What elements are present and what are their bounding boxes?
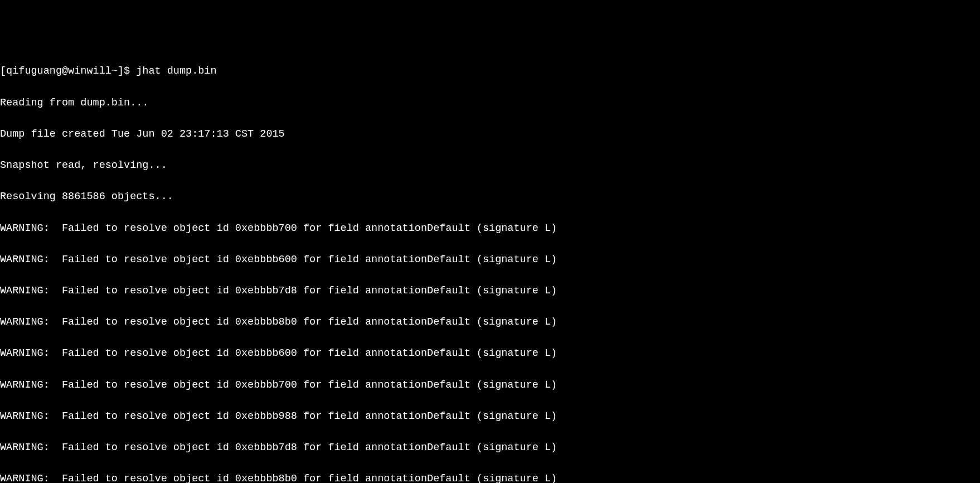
warning-line: WARNING: Failed to resolve object id 0xe…	[0, 315, 980, 330]
warning-line: WARNING: Failed to resolve object id 0xe…	[0, 378, 980, 393]
command-line[interactable]: [qifuguang@winwill~]$ jhat dump.bin	[0, 64, 980, 79]
warning-line: WARNING: Failed to resolve object id 0xe…	[0, 252, 980, 268]
prompt-user-host: [qifuguang@winwill~]$	[0, 65, 136, 77]
output-line: Resolving 8861586 objects...	[0, 189, 980, 205]
warning-line: WARNING: Failed to resolve object id 0xe…	[0, 221, 980, 236]
warning-line: WARNING: Failed to resolve object id 0xe…	[0, 471, 980, 483]
output-line: Snapshot read, resolving...	[0, 158, 980, 173]
warning-line: WARNING: Failed to resolve object id 0xe…	[0, 440, 980, 456]
output-line: Reading from dump.bin...	[0, 95, 980, 111]
command-text: jhat dump.bin	[136, 65, 216, 77]
warning-line: WARNING: Failed to resolve object id 0xe…	[0, 283, 980, 299]
warning-line: WARNING: Failed to resolve object id 0xe…	[0, 409, 980, 424]
output-line: Dump file created Tue Jun 02 23:17:13 CS…	[0, 127, 980, 142]
warning-line: WARNING: Failed to resolve object id 0xe…	[0, 346, 980, 361]
